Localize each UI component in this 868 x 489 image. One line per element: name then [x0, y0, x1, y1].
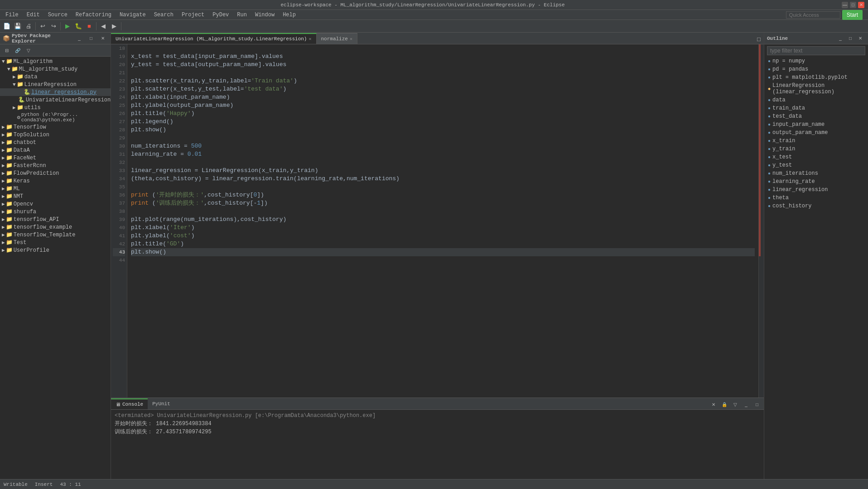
tree-item-ml-algorithm-study[interactable]: ▼📁 ML_algorithm_study	[0, 65, 111, 73]
menu-window[interactable]: Window	[251, 11, 278, 19]
scroll-lock-button[interactable]: 🔒	[719, 399, 729, 409]
menu-navigate[interactable]: Navigate	[116, 11, 149, 19]
tree-item-ml[interactable]: ▶📁 ML	[0, 185, 111, 192]
menu-source[interactable]: Source	[44, 11, 71, 19]
outline-item-theta[interactable]: ● theta	[764, 194, 868, 202]
next-button[interactable]: ▶	[109, 21, 119, 31]
tree-item-dataa[interactable]: ▶📁 DataA	[0, 146, 111, 154]
outline-item-output-param[interactable]: ● output_param_name	[764, 129, 868, 137]
print-button[interactable]: 🖨	[24, 21, 34, 31]
code-content[interactable]: x_test = test_data[input_param_name].val…	[127, 44, 758, 398]
tree-item-opencv[interactable]: ▶📁 Opencv	[0, 200, 111, 208]
menu-project[interactable]: Project	[178, 11, 208, 19]
outline-item-linearregression-class[interactable]: ◆ LinearRegression (linear_regression)	[764, 82, 868, 96]
minimize-button[interactable]: —	[842, 2, 848, 8]
close-view-button[interactable]: ✕	[98, 34, 108, 43]
tree-item-tensorflow-api[interactable]: ▶📁 tensorflow_API	[0, 216, 111, 223]
restore-button[interactable]: □	[850, 2, 856, 8]
quick-access-input[interactable]	[786, 11, 840, 19]
tree-item-topsolution[interactable]: ▶📁 TopSolution	[0, 131, 111, 139]
outline-minimize[interactable]: _	[835, 34, 845, 43]
outline-var-icon-2: ●	[768, 67, 771, 72]
tab-univariate[interactable]: UnivariateLinearRegression (ML_algorithm…	[111, 33, 317, 44]
code-editor[interactable]: 18 19 20 21 22 23 24 25 26 27 28 29 30 3…	[111, 44, 758, 398]
tree-item-shurufa[interactable]: ▶📁 shurufa	[0, 208, 111, 216]
tree-item-tensorflow[interactable]: ▶📁 Tensorflow	[0, 123, 111, 131]
prev-button[interactable]: ◀	[98, 21, 108, 31]
minimize-view-button[interactable]: _	[74, 34, 84, 43]
tree-item-flowprediction[interactable]: ▶📁 FlowPrediction	[0, 169, 111, 177]
editor-scrollbar[interactable]	[758, 44, 764, 398]
outline-item-input-param[interactable]: ● input_param_name	[764, 120, 868, 129]
tree-item-keras[interactable]: ▶📁 Keras	[0, 177, 111, 185]
outline-item-pandas[interactable]: ● pd = pandas	[764, 65, 868, 73]
debug-button[interactable]: 🐛	[73, 21, 83, 31]
outline-var-icon-7: ●	[768, 122, 771, 127]
tree-item-chatbot[interactable]: ▶📁 chatbot	[0, 139, 111, 146]
tab-console[interactable]: 🖥 Console	[111, 398, 148, 409]
undo-button[interactable]: ↩	[38, 21, 48, 31]
menu-file[interactable]: File	[2, 11, 22, 19]
tree-item-test[interactable]: ▶📁 Test	[0, 239, 111, 246]
tree-item-userprofile[interactable]: ▶📁 UserProfile	[0, 246, 111, 254]
console-options-button[interactable]: ▽	[730, 399, 740, 409]
outline-item-y-train[interactable]: ● y_train	[764, 145, 868, 153]
tree-item-facenet[interactable]: ▶📁 FaceNet	[0, 154, 111, 162]
outline-item-linear-regression-var[interactable]: ● linear_regression	[764, 186, 868, 194]
outline-maximize[interactable]: □	[845, 34, 855, 43]
minimize-console-button[interactable]: _	[741, 399, 751, 409]
close-button[interactable]: ✕	[858, 2, 864, 8]
outline-item-cost-history[interactable]: ● cost_history	[764, 202, 868, 210]
stop-button[interactable]: ■	[84, 21, 94, 31]
maximize-view-button[interactable]: □	[86, 34, 96, 43]
tree-item-data[interactable]: ▶📁 data	[0, 73, 111, 81]
outline-item-numpy[interactable]: ● np = numpy	[764, 57, 868, 65]
outline-item-test-data[interactable]: ● test_data	[764, 112, 868, 120]
tree-item-ml-algorithm[interactable]: ▼📁 ML_algorithm	[0, 58, 111, 65]
menu-help[interactable]: Help	[279, 11, 299, 19]
outline-item-x-test[interactable]: ● x_test	[764, 153, 868, 161]
outline-search-input[interactable]	[767, 46, 865, 55]
link-editor-button[interactable]: 🔗	[13, 45, 23, 55]
tree-item-tensorflow-example[interactable]: ▶📁 tensorflow_example	[0, 223, 111, 231]
outline-item-data[interactable]: ● data	[764, 96, 868, 104]
outline-item-num-iterations[interactable]: ● num_iterations	[764, 169, 868, 177]
tab-pyunit[interactable]: PyUnit	[148, 398, 175, 409]
tree-item-utils[interactable]: ▶📁 utils	[0, 104, 111, 111]
outline-var-icon-10: ●	[768, 147, 771, 152]
close-tab-normalize[interactable]: ✕	[350, 36, 352, 42]
tree-item-linear-regression[interactable]: ▼📁 LinearRegression	[0, 81, 111, 88]
outline-item-plt[interactable]: ● plt = matplotlib.pyplot	[764, 73, 868, 82]
line-24: plt.xlabel(input_param_name)	[131, 93, 755, 101]
save-button[interactable]: 💾	[13, 21, 23, 31]
collapse-all-button[interactable]: ⊟	[2, 45, 12, 55]
clear-console-button[interactable]: ✕	[709, 399, 719, 409]
menu-pydev[interactable]: PyDev	[209, 11, 232, 19]
new-button[interactable]: 📄	[2, 21, 12, 31]
menu-refactoring[interactable]: Refactoring	[72, 11, 115, 19]
view-menu-button[interactable]: ▽	[24, 45, 34, 55]
tree-item-fasterrcnn[interactable]: ▶📁 FasterRcnn	[0, 162, 111, 169]
maximize-console-button[interactable]: □	[752, 399, 762, 409]
line-28: plt.show()	[131, 126, 755, 134]
outline-item-train-data[interactable]: ● train_data	[764, 104, 868, 112]
run-button[interactable]: ▶	[63, 21, 72, 31]
redo-button[interactable]: ↪	[48, 21, 58, 31]
tree-item-nmt[interactable]: ▶📁 NMT	[0, 192, 111, 200]
close-tab-univariate[interactable]: ✕	[309, 36, 311, 42]
outline-item-y-test[interactable]: ● y_test	[764, 161, 868, 169]
menu-edit[interactable]: Edit	[23, 11, 43, 19]
outline-item-x-train[interactable]: ● x_train	[764, 137, 868, 145]
menu-run[interactable]: Run	[233, 11, 251, 19]
line-20: y_test = test_data[output_param_name].va…	[131, 61, 755, 69]
tree-item-linear-regression-py[interactable]: 🐍 linear_regression.py	[0, 88, 111, 96]
outline-close[interactable]: ✕	[855, 34, 865, 43]
tab-normalize[interactable]: normalize ✕	[317, 33, 357, 44]
tree-item-python[interactable]: ⚙ python (e:\Progr... conda3\python.exe)	[0, 111, 111, 123]
menu-search[interactable]: Search	[150, 11, 177, 19]
start-button[interactable]: Start	[842, 10, 863, 20]
tree-item-univariate-py[interactable]: 🐍 UnivariateLinearRegression.py	[0, 96, 111, 104]
tree-item-tensorflow-template[interactable]: ▶📁 Tensorflow_Template	[0, 231, 111, 239]
outline-item-learning-rate[interactable]: ● learning_rate	[764, 177, 868, 186]
maximize-editor-button[interactable]: □	[754, 34, 764, 44]
